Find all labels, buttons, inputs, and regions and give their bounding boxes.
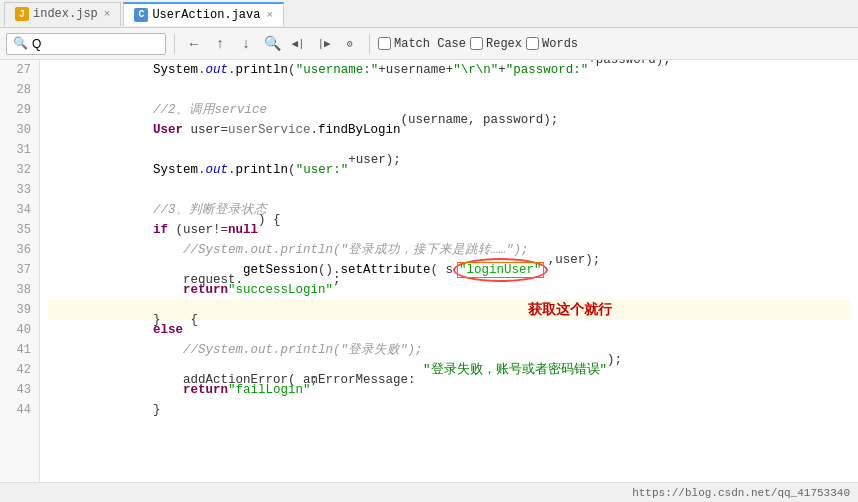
match-case-checkbox[interactable] xyxy=(378,37,391,50)
tab-bar: J index.jsp × C UserAction.java × xyxy=(0,0,858,28)
line-num-37: 37 xyxy=(8,260,31,280)
code-line-43: return "failLogin"; xyxy=(48,380,850,400)
code-line-33 xyxy=(48,180,850,200)
search-find-button[interactable]: 🔍 xyxy=(261,33,283,55)
line-num-41: 41 xyxy=(8,340,31,360)
line-num-32: 32 xyxy=(8,160,31,180)
line-num-33: 33 xyxy=(8,180,31,200)
line-num-31: 31 xyxy=(8,140,31,160)
tab-close-useraction[interactable]: × xyxy=(266,9,273,21)
regex-check[interactable]: Regex xyxy=(470,37,522,51)
toolbar-separator-2 xyxy=(369,34,370,54)
line-num-35: 35 xyxy=(8,220,31,240)
line-num-28: 28 xyxy=(8,80,31,100)
find-all-button[interactable]: ⚙ xyxy=(339,33,361,55)
tab-label-useraction: UserAction.java xyxy=(152,8,260,22)
tab-icon-j: J xyxy=(15,7,29,21)
regex-label: Regex xyxy=(486,37,522,51)
search-icon: 🔍 xyxy=(13,36,28,51)
nav-down-button[interactable]: ↓ xyxy=(235,33,257,55)
tab-label-index: index.jsp xyxy=(33,7,98,21)
match-case-check[interactable]: Match Case xyxy=(378,37,466,51)
nav-up-button[interactable]: ↑ xyxy=(209,33,231,55)
code-line-32: System.out.println("user:"+user); xyxy=(48,160,850,180)
code-line-39: } 获取这个就行 xyxy=(48,300,850,320)
status-bar: https://blog.csdn.net/qq_41753340 xyxy=(0,482,858,502)
line-num-34: 34 xyxy=(8,200,31,220)
search-input[interactable] xyxy=(32,37,152,51)
code-line-28 xyxy=(48,80,850,100)
match-case-label: Match Case xyxy=(394,37,466,51)
line-num-36: 36 xyxy=(8,240,31,260)
regex-checkbox[interactable] xyxy=(470,37,483,50)
status-url: https://blog.csdn.net/qq_41753340 xyxy=(632,487,850,499)
line-num-27: 27 xyxy=(8,60,31,80)
tab-icon-c: C xyxy=(134,8,148,22)
code-line-34: //3、判断登录状态 xyxy=(48,200,850,220)
find-prev-button[interactable]: ◀| xyxy=(287,33,309,55)
toolbar-separator-1 xyxy=(174,34,175,54)
editor: 27 28 29 30 31 32 33 34 35 36 37 38 39 4… xyxy=(0,60,858,482)
words-check[interactable]: Words xyxy=(526,37,578,51)
nav-back-button[interactable]: ← xyxy=(183,33,205,55)
line-num-40: 40 xyxy=(8,320,31,340)
words-checkbox[interactable] xyxy=(526,37,539,50)
line-num-39: 39 xyxy=(8,300,31,320)
tab-close-index[interactable]: × xyxy=(104,8,111,20)
line-num-38: 38 xyxy=(8,280,31,300)
line-num-29: 29 xyxy=(8,100,31,120)
line-num-30: 30 xyxy=(8,120,31,140)
line-num-42: 42 xyxy=(8,360,31,380)
code-line-27: System.out.println("username:"+username+… xyxy=(48,60,850,80)
search-box[interactable]: 🔍 xyxy=(6,33,166,55)
words-label: Words xyxy=(542,37,578,51)
line-numbers: 27 28 29 30 31 32 33 34 35 36 37 38 39 4… xyxy=(0,60,40,482)
line-num-43: 43 xyxy=(8,380,31,400)
tab-useraction-java[interactable]: C UserAction.java × xyxy=(123,2,284,26)
code-line-30: User user=userService.findByLogin(userna… xyxy=(48,120,850,140)
code-area[interactable]: System.out.println("username:"+username+… xyxy=(40,60,858,482)
tab-index-jsp[interactable]: J index.jsp × xyxy=(4,2,121,26)
find-next-button[interactable]: |▶ xyxy=(313,33,335,55)
line-num-44: 44 xyxy=(8,400,31,420)
toolbar: 🔍 ← ↑ ↓ 🔍 ◀| |▶ ⚙ Match Case Regex Words xyxy=(0,28,858,60)
